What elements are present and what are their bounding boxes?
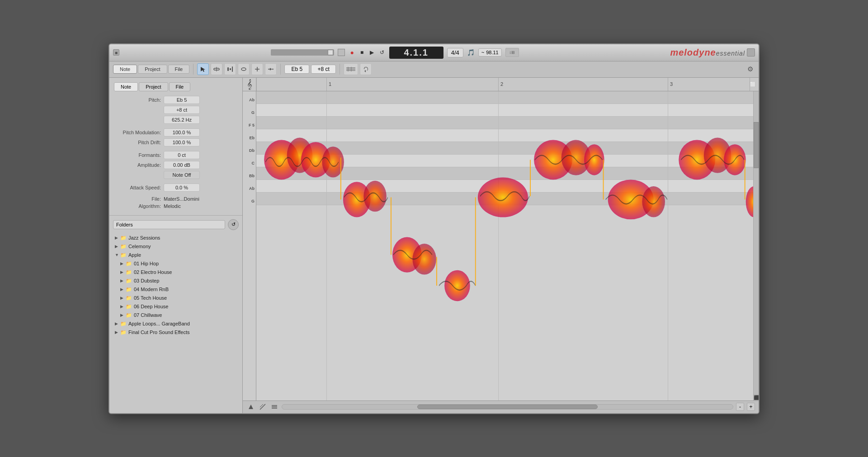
main-content: Note Project File Pitch: Eb 5 +8 ct 625.… xyxy=(109,78,759,413)
folder-icon-chillwave: 📁 xyxy=(126,312,132,318)
piano-ruler: 𝄞 1 2 3 ⬜ xyxy=(243,78,759,91)
scrollbar-arrow-down[interactable]: ⬛ xyxy=(754,394,759,400)
position-display: 4.1.1 xyxy=(389,47,443,59)
folder-refresh-button[interactable]: ↺ xyxy=(228,219,239,230)
zoom-in-button[interactable]: + xyxy=(747,403,755,411)
note-blob-3a[interactable] xyxy=(392,237,422,272)
play-button[interactable]: ▶ xyxy=(368,49,376,56)
folder-label-deep-house: 06 Deep House xyxy=(134,304,168,309)
vertical-scrollbar[interactable]: ⬛ xyxy=(753,91,759,400)
app-window: ■ ● ■ ▶ ↺ 4.1.1 4/4 🎵 ~ 98.11 ↕⊞ xyxy=(108,43,760,414)
bottom-tool-1[interactable] xyxy=(246,402,255,411)
attack-speed-value[interactable]: 0.0 % xyxy=(164,184,200,192)
tempo-display[interactable]: ~ 98.11 xyxy=(478,48,502,57)
horizontal-scrollbar[interactable] xyxy=(282,404,733,410)
tempo-value: 98.11 xyxy=(486,50,499,55)
bottom-bar: - + xyxy=(243,400,759,413)
pitch-mod-row: Pitch Modulation: 100.0 % xyxy=(114,128,238,137)
key-label-eb: Eb xyxy=(249,136,255,140)
folder-tech-house[interactable]: ▶ 📁 05 Tech House xyxy=(113,294,239,302)
folder-final-cut-pro[interactable]: ▶ 📁 Final Cut Pro Sound Effects xyxy=(113,328,239,337)
freq-value[interactable]: 625.2 Hz xyxy=(164,116,200,124)
folder-icon-jazz: 📁 xyxy=(120,235,127,241)
note-blob-4a[interactable] xyxy=(444,270,470,301)
folder-apple-loops[interactable]: ▶ 📁 Apple Loops... GarageBand xyxy=(113,320,239,328)
toolbar-separator-2 xyxy=(280,64,281,75)
cents-value[interactable]: +8 ct xyxy=(164,106,200,114)
folder-celemony[interactable]: ▶ 📁 Celemony xyxy=(113,242,239,251)
select-tool[interactable] xyxy=(197,63,209,75)
pitch-tool[interactable] xyxy=(211,63,222,75)
pitch-value[interactable]: Eb 5 xyxy=(164,96,200,104)
folder-header: Folders ↺ xyxy=(113,219,239,230)
amplitude-row: Amplitude: 0.00 dB xyxy=(114,161,238,169)
note-tab[interactable]: Note xyxy=(114,82,138,91)
reset-tool[interactable] xyxy=(360,63,372,75)
tab-project[interactable]: Project xyxy=(138,65,167,74)
svg-rect-2 xyxy=(227,67,229,71)
algorithm-row: Algorithm: Melodic xyxy=(114,203,238,209)
formant-tool[interactable] xyxy=(238,63,250,75)
stop-button[interactable]: ■ xyxy=(359,49,366,56)
folder-electro-house[interactable]: ▶ 📁 02 Electro House xyxy=(113,268,239,277)
horizontal-scrollbar-thumb[interactable] xyxy=(417,405,598,409)
folder-label-apple-loops: Apple Loops... GarageBand xyxy=(128,321,190,326)
svg-line-18 xyxy=(260,404,265,410)
folder-apple[interactable]: ▼ 📁 Apple xyxy=(113,251,239,259)
quantize-tool[interactable] xyxy=(344,63,358,75)
folder-hip-hop[interactable]: ▶ 📁 01 Hip Hop xyxy=(113,259,239,268)
pitch-drift-label: Pitch Drift: xyxy=(114,140,164,145)
note-blob-3b[interactable] xyxy=(412,244,436,274)
pitch-drift-value[interactable]: 100.0 % xyxy=(164,138,200,146)
folder-modern-rnb[interactable]: ▶ 📁 04 Modern RnB xyxy=(113,285,239,294)
tab-file[interactable]: File xyxy=(168,65,190,74)
loop-button[interactable]: ↺ xyxy=(378,49,386,56)
folder-chillwave[interactable]: ▶ 📁 07 Chillwave xyxy=(113,311,239,320)
settings-button[interactable]: ⚙ xyxy=(745,64,755,74)
folder-dubstep[interactable]: ▶ 📁 03 Dubstep xyxy=(113,277,239,285)
transport-track[interactable] xyxy=(271,49,334,56)
timing-tool[interactable] xyxy=(251,63,263,75)
amplitude-value[interactable]: 0.00 dB xyxy=(164,161,200,169)
stretch-tool[interactable] xyxy=(265,63,277,75)
project-tab[interactable]: Project xyxy=(139,82,168,91)
attack-speed-label: Attack Speed: xyxy=(114,185,164,190)
file-tab[interactable]: File xyxy=(169,82,191,91)
pitch-mod-value[interactable]: 100.0 % xyxy=(164,128,200,137)
file-label: File: xyxy=(114,196,164,202)
tab-note[interactable]: Note xyxy=(113,65,137,74)
record-button[interactable]: ● xyxy=(349,49,356,56)
piano-roll[interactable]: ⬛ xyxy=(256,91,759,400)
window-btn-square[interactable]: ■ xyxy=(113,49,119,56)
folders-dropdown[interactable]: Folders xyxy=(113,220,225,229)
zoom-out-button[interactable]: - xyxy=(736,403,744,411)
time-signature[interactable]: 4/4 xyxy=(447,48,463,57)
pitch-correction-control[interactable]: ↕⊞ xyxy=(505,48,519,57)
folder-jazz-sessions[interactable]: ▶ 📁 Jazz Sessions xyxy=(113,234,239,242)
algorithm-value: Melodic xyxy=(164,203,181,209)
metronome-icon[interactable]: 🎵 xyxy=(467,49,475,56)
folder-label-rnb: 04 Modern RnB xyxy=(134,287,169,292)
bottom-tool-3[interactable] xyxy=(270,402,279,411)
folder-label-chillwave: 07 Chillwave xyxy=(134,312,162,318)
svg-rect-4 xyxy=(232,66,233,72)
transport-thumb[interactable] xyxy=(328,50,333,55)
file-row: File: MaterS...Domini xyxy=(114,196,238,202)
folder-deep-house[interactable]: ▶ 📁 06 Deep House xyxy=(113,302,239,311)
window-icon-right[interactable] xyxy=(747,48,755,57)
svg-marker-17 xyxy=(249,405,253,409)
folder-icon-final-cut: 📁 xyxy=(120,330,127,335)
toolbar-separator-1 xyxy=(193,64,193,75)
folder-arrow-tech-house: ▶ xyxy=(120,296,126,300)
amplitude-tool[interactable] xyxy=(224,63,236,75)
main-tabs: Note Project File xyxy=(113,65,189,74)
grid-vline-1 xyxy=(326,91,327,400)
bottom-tool-2[interactable] xyxy=(258,402,267,411)
formants-value[interactable]: 0 ct xyxy=(164,151,200,159)
ruler-mark-3: 3 xyxy=(668,78,673,91)
vertical-scrollbar-thumb[interactable] xyxy=(754,122,759,169)
key-label-g-bottom: G xyxy=(251,199,255,203)
note-off-button[interactable]: Note Off xyxy=(164,171,200,179)
folder-arrow-chillwave: ▶ xyxy=(120,313,126,317)
folder-tree: ▶ 📁 Jazz Sessions ▶ 📁 Celemony ▼ 📁 xyxy=(113,234,239,410)
